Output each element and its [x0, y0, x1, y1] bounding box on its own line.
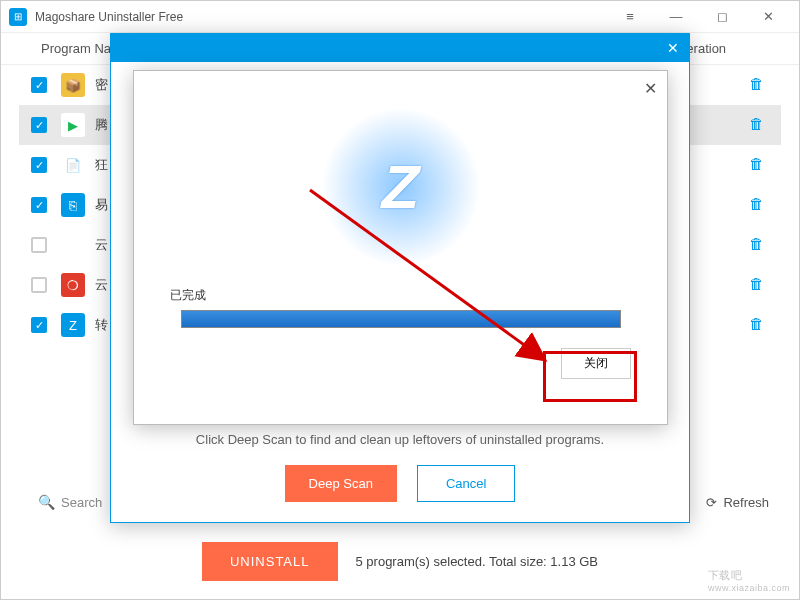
progress-close-icon[interactable]: ✕: [644, 79, 657, 98]
trash-icon[interactable]: 🗑: [749, 115, 769, 135]
dialog-close-icon[interactable]: ✕: [667, 40, 679, 56]
program-icon: ⎘: [61, 193, 85, 217]
trash-icon[interactable]: 🗑: [749, 275, 769, 295]
program-icon: 📄: [61, 153, 85, 177]
app-title: Magoshare Uninstaller Free: [35, 10, 607, 24]
titlebar: ⊞ Magoshare Uninstaller Free ≡ — ◻ ✕: [1, 1, 799, 33]
watermark: 下载吧 www.xiazaiba.com: [704, 567, 794, 594]
row-checkbox[interactable]: ✓: [31, 317, 47, 333]
row-checkbox[interactable]: ✓: [31, 77, 47, 93]
program-icon: ▶: [61, 113, 85, 137]
z-logo-icon: Z: [382, 151, 420, 222]
progress-actions: 关闭: [561, 348, 631, 379]
trash-icon[interactable]: 🗑: [749, 75, 769, 95]
progress-body: Z 已完成 关闭: [134, 71, 667, 424]
trash-icon[interactable]: 🗑: [749, 235, 769, 255]
progress-status-label: 已完成: [170, 287, 206, 304]
progress-bar: [181, 310, 621, 328]
row-checkbox[interactable]: ✓: [31, 117, 47, 133]
deep-scan-button[interactable]: Deep Scan: [285, 465, 397, 502]
close-window-button[interactable]: ✕: [745, 3, 791, 31]
deep-scan-hint: Click Deep Scan to find and clean up lef…: [141, 432, 659, 447]
refresh-button[interactable]: ⟳ Refresh: [706, 495, 769, 510]
watermark-line1: 下载吧: [708, 569, 743, 581]
trash-icon[interactable]: 🗑: [749, 155, 769, 175]
settings-button[interactable]: ≡: [607, 3, 653, 31]
close-button[interactable]: 关闭: [561, 348, 631, 379]
trash-icon[interactable]: 🗑: [749, 195, 769, 215]
watermark-line2: www.xiazaiba.com: [708, 583, 790, 593]
program-icon: 🖥: [61, 233, 85, 257]
row-checkbox[interactable]: [31, 277, 47, 293]
row-checkbox[interactable]: ✓: [31, 197, 47, 213]
program-icon: 📦: [61, 73, 85, 97]
uninstall-bar: UNINSTALL 5 program(s) selected. Total s…: [1, 542, 799, 581]
program-icon: Z: [61, 313, 85, 337]
row-checkbox[interactable]: [31, 237, 47, 253]
maximize-button[interactable]: ◻: [699, 3, 745, 31]
app-icon: ⊞: [9, 8, 27, 26]
selection-status: 5 program(s) selected. Total size: 1.13 …: [356, 554, 599, 569]
window-controls: ≡ — ◻ ✕: [607, 3, 791, 31]
logo-glow: Z: [321, 107, 481, 267]
minimize-button[interactable]: —: [653, 3, 699, 31]
row-checkbox[interactable]: ✓: [31, 157, 47, 173]
progress-fill: [182, 311, 620, 327]
cancel-button[interactable]: Cancel: [417, 465, 515, 502]
search-placeholder: Search: [61, 495, 102, 510]
search-icon: 🔍: [38, 494, 55, 510]
uninstall-button[interactable]: UNINSTALL: [202, 542, 338, 581]
program-icon: ❍: [61, 273, 85, 297]
progress-dialog: ✕ Z 已完成 关闭: [133, 70, 668, 425]
refresh-icon: ⟳: [706, 495, 717, 510]
dialog-header: ✕: [111, 34, 689, 62]
refresh-label: Refresh: [723, 495, 769, 510]
dialog-actions: Deep Scan Cancel: [141, 465, 659, 502]
trash-icon[interactable]: 🗑: [749, 315, 769, 335]
